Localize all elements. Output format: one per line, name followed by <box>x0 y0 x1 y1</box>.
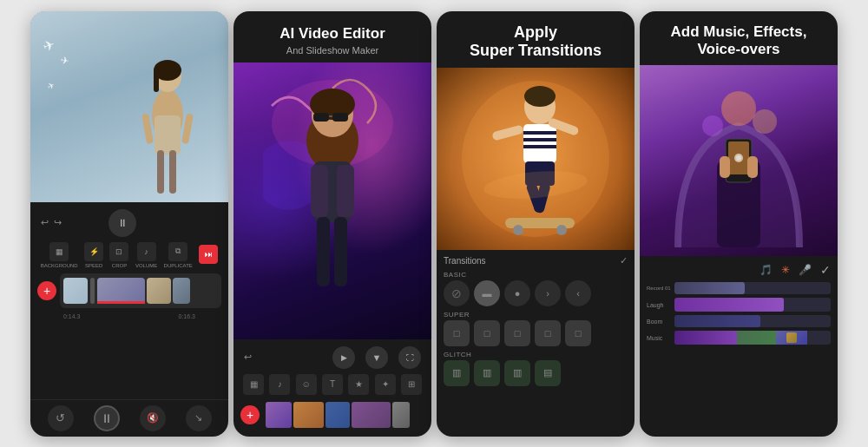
tool-crop[interactable]: ⊡ CROP <box>109 242 128 268</box>
mic-icon[interactable]: 🎤 <box>799 264 812 276</box>
svg-rect-25 <box>523 124 556 163</box>
mute-button[interactable]: 🔇 <box>140 405 166 431</box>
tool-duplicate[interactable]: ⧉ DUPLICATE <box>164 242 193 268</box>
play-btn-2[interactable]: ▶ <box>332 346 355 369</box>
card-transitions: Apply Super Transitions <box>437 11 635 437</box>
svg-rect-18 <box>311 165 328 217</box>
tl-clip-4 <box>352 402 391 428</box>
speed-icon: ⚡ <box>84 242 103 261</box>
tl-clip-3 <box>326 402 350 428</box>
phone-hands-figure <box>669 74 808 247</box>
fullscreen-btn[interactable]: ⛶ <box>398 346 421 369</box>
tool-skip[interactable]: ⏭ <box>199 245 218 266</box>
undo-button[interactable]: ↩ <box>41 217 49 228</box>
ai-editor-controls: ↩ ▶ ▼ ⛶ ▦ ♪ ☺ T ★ ✦ ⊞ + <box>233 339 431 437</box>
svg-rect-28 <box>523 145 556 148</box>
volume-label: VOLUME <box>135 263 157 268</box>
duplicate-label: DUPLICATE <box>164 263 193 268</box>
track-laugh-bar <box>674 298 831 312</box>
track-laugh: Laugh <box>647 298 831 312</box>
undo-redo-group: ↩ ↪ <box>41 217 62 228</box>
basic-label: BASIC <box>444 271 628 279</box>
music-note-icon[interactable]: 🎵 <box>760 264 773 276</box>
svg-point-40 <box>753 109 777 134</box>
svg-rect-26 <box>523 131 556 135</box>
super-section: SUPER □ □ □ □ □ <box>444 311 628 346</box>
svg-point-38 <box>721 91 756 126</box>
crop-label: CROP <box>112 263 127 268</box>
timeline-2[interactable] <box>263 398 424 431</box>
music-tracks: 🎵 ✳ 🎤 ✓ Record 01 Laugh Boom <box>640 256 838 436</box>
super-trans-5[interactable]: □ <box>565 320 591 346</box>
video-controls: ↩ ↪ ⏸ ▦ BACKGROUND ⚡ SPEED ⊡ CROP <box>30 202 228 399</box>
card-video-editor: ✈ ✈ ✈ ↩ ↪ ⏸ ▦ BACKGROUND <box>30 11 228 437</box>
tool-row: ▦ BACKGROUND ⚡ SPEED ⊡ CROP ♪ VOLUME ⧉ <box>37 242 221 268</box>
svg-point-36 <box>556 225 567 235</box>
track-laugh-label: Laugh <box>647 302 671 308</box>
timeline[interactable] <box>60 273 221 308</box>
time-display-end: 0:16.3 <box>179 313 195 319</box>
tool-btn-grid2[interactable]: ⊞ <box>401 374 422 395</box>
svg-rect-20 <box>317 217 330 286</box>
add-clip-btn-2[interactable]: + <box>240 405 260 424</box>
duplicate-icon: ⧉ <box>168 242 187 261</box>
track-icons: 🎵 ✳ 🎤 ✓ <box>647 261 831 279</box>
tool-volume[interactable]: ♪ VOLUME <box>135 242 157 268</box>
ai-editor-title: AI Video Editor <box>244 25 421 43</box>
woman-figure <box>124 37 211 202</box>
vol-btn-2[interactable]: ▼ <box>365 346 388 369</box>
tool-btn-emoji[interactable]: ☺ <box>296 374 317 395</box>
svg-rect-5 <box>157 150 164 194</box>
basic-section: BASIC ⊘ ▬ ● › ‹ <box>444 271 628 306</box>
music-title: Add Music, Effects,Voice-overs <box>650 23 827 59</box>
concert-image <box>640 65 838 256</box>
tl-clip-5 <box>392 402 410 428</box>
svg-rect-15 <box>332 113 348 122</box>
svg-rect-19 <box>337 165 354 217</box>
svg-rect-21 <box>334 217 347 286</box>
glitch-section: GLITCH ▥ ▥ ▥ ▤ <box>444 351 628 386</box>
glitch-trans-4[interactable]: ▤ <box>535 360 561 386</box>
speed-label: SPEED <box>85 263 102 268</box>
trans-none[interactable]: ⊘ <box>444 280 470 306</box>
clip-4 <box>173 278 190 304</box>
tool-btn-text[interactable]: T <box>322 374 343 395</box>
svg-rect-44 <box>720 156 730 178</box>
refresh-button[interactable]: ↺ <box>48 405 74 431</box>
play-pause-button[interactable]: ⏸ <box>108 209 136 237</box>
trans-circle[interactable]: ● <box>504 280 530 306</box>
tool-btn-music[interactable]: ♪ <box>269 374 290 395</box>
svg-rect-27 <box>523 138 556 141</box>
tool-btn-star[interactable]: ★ <box>348 374 369 395</box>
tool-btn-fx[interactable]: ✦ <box>375 374 396 395</box>
super-trans-3[interactable]: □ <box>504 320 530 346</box>
super-trans-4[interactable]: □ <box>535 320 561 346</box>
glitch-trans-2[interactable]: ▥ <box>474 360 500 386</box>
check-icon[interactable]: ✓ <box>820 263 831 277</box>
play-button[interactable]: ⏸ <box>94 405 120 431</box>
basic-row: ⊘ ▬ ● › ‹ <box>444 280 628 306</box>
glitch-trans-1[interactable]: ▥ <box>444 360 470 386</box>
track-record-label: Record 01 <box>647 286 671 291</box>
skater-image <box>437 68 635 250</box>
resize-button[interactable]: ↘ <box>186 405 212 431</box>
super-trans-2[interactable]: □ <box>474 320 500 346</box>
ai-editor-header: AI Video Editor And Slideshow Maker <box>233 11 431 62</box>
redo-button[interactable]: ↪ <box>54 217 62 228</box>
background-icon: ▦ <box>49 242 69 261</box>
super-trans-1[interactable]: □ <box>444 320 470 346</box>
svg-point-35 <box>513 225 523 235</box>
glitch-trans-3[interactable]: ▥ <box>504 360 530 386</box>
undo-redo-2: ↩ <box>244 352 252 363</box>
track-music: Music <box>647 331 831 345</box>
add-clip-button[interactable]: + <box>37 281 56 300</box>
tool-btn-grid[interactable]: ▦ <box>243 374 264 395</box>
trans-wipe[interactable]: ▬ <box>474 280 500 306</box>
trans-left[interactable]: ‹ <box>565 280 591 306</box>
tool-background[interactable]: ▦ BACKGROUND <box>41 242 78 268</box>
fx-icon[interactable]: ✳ <box>781 264 790 276</box>
trans-right[interactable]: › <box>535 280 561 306</box>
volume-icon: ♪ <box>137 242 156 261</box>
undo-btn-2[interactable]: ↩ <box>244 352 252 363</box>
tool-speed[interactable]: ⚡ SPEED <box>84 242 103 268</box>
